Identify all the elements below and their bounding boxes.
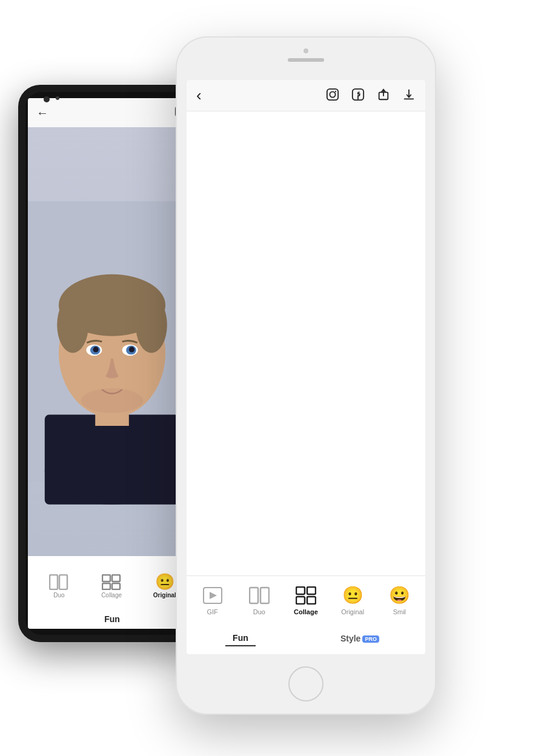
- screen-tabbar: GIF Duo: [187, 575, 425, 623]
- svg-point-17: [81, 388, 143, 413]
- back-tab-original-label: Original: [153, 592, 176, 598]
- svg-rect-24: [327, 88, 338, 99]
- back-tab-collage-label: Collage: [101, 592, 122, 598]
- back-tab-label: Fun: [28, 612, 196, 629]
- svg-rect-19: [59, 575, 67, 589]
- svg-rect-23: [112, 583, 120, 589]
- back-arrow-icon[interactable]: ←: [36, 106, 48, 120]
- svg-rect-116: [307, 587, 316, 594]
- svg-rect-118: [307, 597, 316, 604]
- cat-fun[interactable]: Fun: [225, 631, 256, 646]
- svg-marker-112: [210, 592, 217, 599]
- chevron-left-icon[interactable]: ‹: [196, 86, 202, 104]
- tab-original[interactable]: 😐 Original: [334, 584, 371, 615]
- iphone-home-button[interactable]: [288, 666, 323, 701]
- svg-point-15: [93, 346, 98, 352]
- svg-point-26: [335, 90, 336, 91]
- svg-point-25: [330, 91, 335, 97]
- svg-point-9: [57, 297, 88, 353]
- tab-duo[interactable]: Duo: [241, 584, 277, 615]
- iphone-top-sensors: [288, 48, 324, 62]
- svg-rect-114: [260, 588, 269, 603]
- back-tab-duo[interactable]: Duo: [48, 574, 70, 598]
- screen-catbar: Fun StylePRO: [187, 623, 425, 654]
- iphone: ‹: [176, 36, 436, 715]
- svg-rect-113: [250, 588, 258, 603]
- svg-rect-18: [50, 575, 58, 589]
- header-back-button[interactable]: ‹: [196, 86, 202, 105]
- svg-rect-20: [102, 575, 110, 582]
- back-phone-toolbar: Duo Col: [28, 556, 196, 629]
- tab-smile[interactable]: 😀 Smil: [381, 584, 417, 615]
- svg-point-10: [136, 297, 167, 353]
- back-tab-original[interactable]: 😐 Original: [153, 574, 176, 598]
- svg-rect-115: [296, 587, 305, 594]
- svg-rect-117: [296, 597, 305, 604]
- iphone-screen: ‹: [187, 80, 425, 654]
- face-image-back: [28, 127, 196, 556]
- tab-gif[interactable]: GIF: [194, 584, 231, 615]
- tab-smile-label: Smil: [393, 608, 406, 615]
- tab-collage-label: Collage: [294, 608, 318, 615]
- tab-original-label: Original: [341, 608, 364, 615]
- iphone-camera-dot: [304, 48, 308, 53]
- back-phone-topbar: ←: [28, 98, 196, 127]
- screen-header: ‹: [187, 80, 425, 111]
- download-icon[interactable]: [402, 88, 416, 104]
- back-tab-collage[interactable]: Collage: [101, 574, 122, 598]
- scene: ←: [0, 0, 544, 756]
- tab-duo-label: Duo: [253, 608, 265, 615]
- back-tab-duo-label: Duo: [53, 592, 64, 598]
- tab-collage[interactable]: Collage: [288, 584, 324, 615]
- svg-point-16: [129, 346, 134, 352]
- facebook-icon[interactable]: [351, 88, 365, 104]
- cat-style[interactable]: StylePRO: [333, 631, 386, 646]
- pro-badge: PRO: [362, 635, 379, 643]
- instagram-icon[interactable]: [326, 88, 339, 104]
- header-action-icons: [326, 88, 416, 104]
- iphone-speaker: [288, 58, 324, 62]
- svg-rect-5: [45, 414, 179, 504]
- tab-gif-label: GIF: [207, 608, 217, 615]
- svg-rect-21: [112, 575, 120, 582]
- svg-rect-22: [102, 583, 110, 589]
- share-icon[interactable]: [377, 88, 390, 104]
- svg-rect-31: [404, 98, 414, 99]
